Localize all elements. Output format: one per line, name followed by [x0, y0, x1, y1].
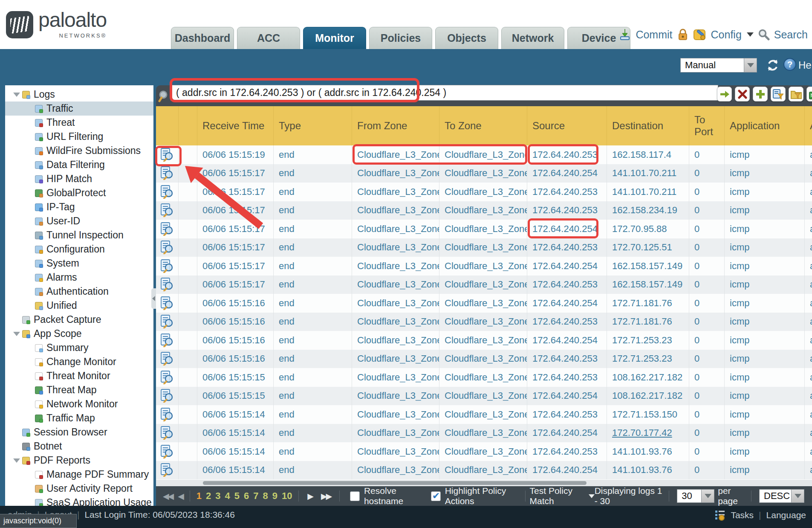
resolve-hostname-checkbox[interactable] — [350, 491, 360, 501]
log-detail-button[interactable] — [156, 313, 179, 331]
page-number-6[interactable]: 6 — [244, 490, 249, 502]
sidebar-item-authentication[interactable]: Authentication — [5, 284, 153, 299]
sidebar-item-pdf-reports[interactable]: PDF Reports — [5, 453, 153, 467]
page-number-2[interactable]: 2 — [206, 490, 211, 502]
cell-from_zone[interactable]: Cloudflare_L3_Zone — [352, 238, 439, 257]
cell-source[interactable]: 172.64.240.253 — [527, 201, 607, 220]
add-filter-button[interactable] — [753, 87, 768, 102]
cell-from_zone[interactable]: Cloudflare_L3_Zone — [352, 164, 439, 183]
column-header-source[interactable]: Source — [527, 106, 607, 145]
log-detail-button[interactable] — [156, 201, 179, 220]
cell-source[interactable]: 172.64.240.253 — [527, 350, 607, 368]
page-number-4[interactable]: 4 — [225, 490, 230, 502]
cell-from_zone[interactable]: Cloudflare_L3_Zone — [352, 368, 439, 387]
log-detail-button[interactable] — [156, 368, 179, 387]
sidebar-item-threat-monitor[interactable]: Threat Monitor — [5, 369, 153, 383]
save-filter-button[interactable] — [771, 87, 786, 102]
sidebar-item-logs[interactable]: Logs — [5, 87, 153, 102]
cell-to_zone[interactable]: Cloudflare_L3_Zone — [439, 368, 527, 387]
search-button[interactable]: Search — [774, 29, 808, 41]
page-number-7[interactable]: 7 — [253, 490, 258, 502]
cell-source[interactable]: 172.64.240.253 — [527, 405, 607, 424]
sidebar-item-tunnel-inspection[interactable]: Tunnel Inspection — [5, 228, 153, 242]
cell-application[interactable]: icmp — [725, 145, 805, 164]
cell-destination[interactable]: 172.70.177.42 — [607, 424, 689, 443]
cell-application[interactable]: icmp — [725, 368, 805, 387]
sidebar-item-traffic[interactable]: Traffic — [5, 102, 153, 116]
sidebar-collapse-handle[interactable] — [151, 288, 156, 309]
cell-from_zone[interactable]: Cloudflare_L3_Zone — [352, 294, 439, 313]
cell-destination[interactable]: 141.101.70.211 — [607, 183, 689, 201]
tab-objects[interactable]: Objects — [435, 27, 498, 49]
cell-from_zone[interactable]: Cloudflare_L3_Zone — [352, 201, 439, 220]
cell-application[interactable]: icmp — [725, 164, 805, 183]
tab-dashboard[interactable]: Dashboard — [171, 27, 234, 49]
sidebar-item-hip-match[interactable]: HIP Match — [5, 172, 153, 186]
sidebar-item-saas-application-usage[interactable]: SaaS Application Usage — [5, 496, 153, 506]
cell-application[interactable]: icmp — [725, 331, 805, 350]
tasks-button[interactable]: Tasks — [731, 510, 754, 520]
cell-from_zone[interactable]: Cloudflare_L3_Zone — [352, 276, 439, 294]
cell-destination[interactable]: 141.101.93.76 — [607, 461, 689, 480]
sidebar-item-session-browser[interactable]: Session Browser — [5, 425, 153, 439]
cell-application[interactable]: icmp — [725, 442, 805, 461]
cell-from_zone[interactable]: Cloudflare_L3_Zone — [352, 331, 439, 350]
first-page-button[interactable]: ◀◀ — [163, 491, 173, 501]
cell-application[interactable]: icmp — [725, 238, 805, 257]
test-policy-match-button[interactable]: Test Policy Match — [530, 486, 595, 506]
cell-source[interactable]: 172.64.240.253 — [527, 313, 607, 331]
cell-destination[interactable]: 172.71.181.76 — [607, 294, 689, 313]
config-button[interactable]: Config — [711, 29, 742, 41]
log-detail-button[interactable] — [156, 257, 179, 276]
cell-application[interactable]: icmp — [725, 294, 805, 313]
cell-destination[interactable]: 172.70.95.88 — [607, 220, 689, 238]
log-detail-button[interactable] — [156, 183, 179, 201]
sidebar-item-alarms[interactable]: Alarms — [5, 270, 153, 284]
sidebar-item-user-id[interactable]: User-ID — [5, 214, 153, 228]
sidebar-item-unified[interactable]: Unified — [5, 299, 153, 313]
sidebar-item-configuration[interactable]: Configuration — [5, 242, 153, 256]
cell-source[interactable]: 172.64.240.254 — [527, 164, 607, 183]
cell-source[interactable]: 172.64.240.254 — [527, 220, 607, 238]
cell-to_zone[interactable]: Cloudflare_L3_Zone — [439, 424, 527, 443]
cell-source[interactable]: 172.64.240.253 — [527, 276, 607, 294]
page-number-5[interactable]: 5 — [234, 490, 240, 502]
page-number-8[interactable]: 8 — [263, 490, 268, 502]
refresh-icon[interactable] — [766, 58, 780, 74]
sidebar-item-threat[interactable]: Threat — [5, 116, 153, 130]
cell-application[interactable]: icmp — [725, 350, 805, 368]
cell-application[interactable]: icmp — [725, 424, 805, 443]
expander-icon[interactable] — [12, 93, 21, 97]
refresh-interval-select[interactable]: Manual — [680, 58, 757, 73]
cell-to_zone[interactable]: Cloudflare_L3_Zone — [439, 238, 527, 257]
sidebar-item-app-scope[interactable]: App Scope — [5, 327, 153, 341]
sidebar-item-user-activity-report[interactable]: User Activity Report — [5, 482, 153, 496]
cell-to_zone[interactable]: Cloudflare_L3_Zone — [439, 201, 527, 220]
sidebar-item-system[interactable]: System — [5, 256, 153, 270]
cell-destination[interactable]: 108.162.217.182 — [607, 368, 689, 387]
sidebar-item-traffic-map[interactable]: Traffic Map — [5, 411, 153, 425]
sort-order-select[interactable]: DESC — [759, 489, 804, 503]
log-detail-button[interactable] — [156, 238, 179, 257]
log-detail-button[interactable] — [156, 276, 179, 294]
log-detail-button[interactable] — [156, 442, 179, 461]
cell-from_zone[interactable]: Cloudflare_L3_Zone — [352, 405, 439, 424]
sidebar-item-wildfire-submissions[interactable]: WildFire Submissions — [5, 144, 153, 158]
cell-from_zone[interactable]: Cloudflare_L3_Zone — [352, 183, 439, 201]
per-page-caret[interactable] — [702, 489, 714, 503]
log-detail-button[interactable] — [156, 220, 179, 238]
column-header-action[interactable]: Ac — [805, 106, 812, 145]
cell-source[interactable]: 172.64.240.254 — [527, 461, 607, 480]
column-header-to_zone[interactable]: To Zone — [439, 106, 527, 145]
sidebar-item-threat-map[interactable]: Threat Map — [5, 383, 153, 397]
cell-destination[interactable]: 108.162.217.182 — [607, 387, 689, 406]
cell-source[interactable]: 172.64.240.254 — [527, 387, 607, 406]
config-caret-icon[interactable] — [747, 32, 754, 37]
highlight-policy-actions-checkbox[interactable] — [431, 491, 441, 501]
cell-from_zone[interactable]: Cloudflare_L3_Zone — [352, 350, 439, 368]
cell-destination[interactable]: 172.71.253.23 — [607, 331, 689, 350]
cell-destination[interactable]: 141.101.93.76 — [607, 442, 689, 461]
help-label[interactable]: Help — [798, 59, 812, 71]
horizontal-scrollbar-thumb[interactable] — [203, 481, 587, 485]
cell-application[interactable]: icmp — [725, 183, 805, 201]
